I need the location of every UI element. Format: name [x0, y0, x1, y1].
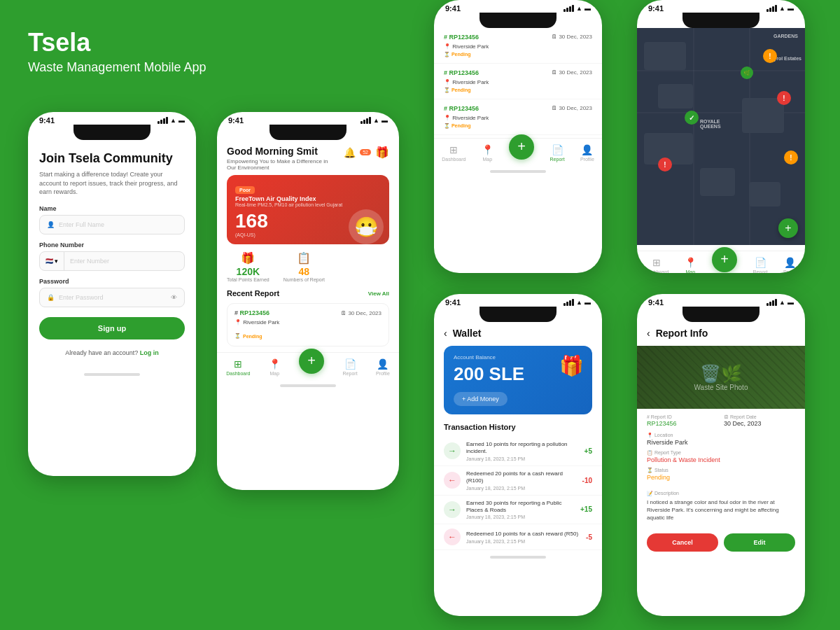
tx-amount: +5 [584, 447, 592, 455]
map-pin-3[interactable]: ! [777, 91, 791, 105]
transaction-list: → Earned 10 points for reporting a pollu… [434, 437, 602, 550]
signup-title: Join Tsela Community [39, 151, 185, 166]
nav-dashboard[interactable]: ⊞ Dashboard [226, 358, 250, 376]
rep2-icon: 📄 [552, 144, 564, 155]
report-info-back[interactable]: ‹ [647, 328, 650, 339]
aq-avatar: 😷 [349, 209, 384, 244]
aq-badge: Poor [235, 186, 255, 194]
report-type-value: Pollution & Waste Incident [647, 456, 795, 463]
map-bottom-nav: ⊞ Dashboard 📍 Map + 📄 Report 👤 Profile [637, 251, 805, 273]
report-nav-label: Report [343, 371, 358, 376]
map-pin-5[interactable]: ! [784, 150, 798, 164]
tx-type-icon: ← [444, 528, 461, 545]
map-rep-label: Report [753, 270, 768, 273]
status-icons-2: ▲ ▬ [360, 117, 388, 124]
back-arrow[interactable]: ‹ [444, 328, 447, 339]
report-type-field: 📋 Report Type Pollution & Waste Incident [647, 450, 795, 463]
view-all-link[interactable]: View All [368, 290, 389, 297]
tx-content: Redeemed 10 points for a cash reward (R5… [466, 531, 580, 543]
wallet-notch [479, 307, 556, 322]
reports-label: Numbers of Report [284, 277, 325, 282]
tx-date: January 18, 2023, 2:15 PM [466, 486, 577, 491]
eye-icon[interactable]: 👁 [171, 294, 177, 301]
phone-notch [74, 125, 150, 140]
name-input[interactable]: 👤 Enter Full Name [39, 215, 185, 234]
map-nav-dashboard[interactable]: ⊞ Dashboard [645, 257, 668, 273]
map-pin-6[interactable]: ! [658, 158, 672, 172]
cancel-button[interactable]: Cancel [647, 533, 718, 552]
signup-button[interactable]: Sign up [39, 317, 185, 340]
description-section: 📝 Description I noticed a strange color … [637, 491, 805, 528]
description-text: I noticed a strange color and foul odor … [647, 498, 795, 522]
reports-nav-profile[interactable]: 👤 Profile [580, 144, 594, 162]
map-nav-map[interactable]: 📍 Map [685, 257, 696, 273]
map-icon: 📍 [269, 358, 281, 370]
dashboard-nav-label: Dashboard [226, 371, 250, 376]
gift-icon[interactable]: 🎁 [375, 146, 389, 159]
status-time: 9:41 [39, 116, 55, 125]
reports-nav-map[interactable]: 📍 Map [482, 144, 493, 162]
map-dash-icon: ⊞ [652, 257, 661, 268]
map-area[interactable]: GARDENS Tyrol Estates ROYALEQUEENS 🌿 ! !… [637, 28, 805, 245]
map-fab-nav[interactable]: + [712, 247, 737, 272]
points-value: 120K [227, 266, 270, 277]
map-nav-profile[interactable]: 👤 Profile [783, 257, 797, 273]
phone-label: Phone Number [39, 241, 185, 248]
report-location: 📍 Riverside Park [234, 319, 382, 326]
signup-desc: Start making a difference today! Create … [39, 170, 185, 197]
home-indicator-3 [490, 170, 546, 173]
map-fab[interactable]: + [778, 218, 798, 238]
nav-map[interactable]: 📍 Map [269, 358, 281, 376]
map-nav-report[interactable]: 📄 Report [753, 257, 768, 273]
phone-number-input[interactable]: Enter Number [64, 252, 184, 270]
report-date-field: 🗓 Report Date 30 Dec, 2023 [724, 414, 795, 427]
dashboard-notch [270, 125, 346, 140]
tx-amount: -10 [582, 477, 592, 484]
recent-title: Recent Report [227, 289, 279, 298]
password-input[interactable]: 🔒 Enter Password 👁 [39, 288, 185, 307]
prof2-nav-label: Profile [580, 157, 594, 162]
air-quality-card: Poor FreeTown Air Quality Index Real-tim… [227, 175, 389, 244]
edit-button[interactable]: Edit [724, 533, 795, 552]
tx-amount: -5 [586, 533, 592, 541]
app-subtitle: Waste Management Mobile App [28, 60, 206, 75]
wallet-phone: 9:41 ▲ ▬ ‹ Wallet Account Balance 200 SL… [434, 294, 602, 616]
tx-content: Earned 30 points for reporting a Public … [466, 500, 575, 520]
points-label: Total Points Earned [227, 277, 270, 282]
nav-report[interactable]: 📄 Report [343, 358, 358, 376]
report-info-title: Report Info [656, 328, 708, 339]
map-pin-2[interactable]: ! [763, 49, 777, 63]
report-list-item[interactable]: # RP123456 🗓 30 Dec, 2023 📍 Riverside Pa… [434, 99, 602, 135]
map-pin-1[interactable]: 🌿 [741, 66, 753, 79]
greeting-sub: Empowering You to Make a Difference inOu… [227, 158, 328, 171]
report-list-item[interactable]: # RP123456 🗓 30 Dec, 2023 📍 Riverside Pa… [434, 28, 602, 64]
reports-value: 48 [284, 266, 325, 277]
recent-header: Recent Report View All [217, 289, 399, 303]
transaction-item: ← Redeemed 10 points for a cash reward (… [434, 524, 602, 550]
transaction-title: Transaction History [434, 423, 602, 437]
notification-badge: 52 [360, 149, 371, 155]
aq-title: FreeTown Air Quality Index [235, 195, 381, 202]
recent-report-card: # RP123456 🗓 30 Dec, 2023 📍 Riverside Pa… [227, 303, 389, 346]
prof2-icon: 👤 [581, 144, 593, 155]
reports-nav-dashboard[interactable]: ⊞ Dashboard [442, 144, 465, 162]
nav-profile[interactable]: 👤 Profile [376, 358, 390, 376]
reports-nav-report[interactable]: 📄 Report [550, 144, 565, 162]
report-list-item[interactable]: # RP123456 🗓 30 Dec, 2023 📍 Riverside Pa… [434, 64, 602, 99]
map2-nav-label: Map [483, 157, 493, 162]
home-indicator [84, 373, 140, 376]
login-link[interactable]: Log in [140, 349, 159, 356]
fab-add-button[interactable]: + [299, 349, 324, 374]
map-phone: 9:41 ▲ ▬ GARDENS Tyrol Estates ROYALEQUE… [637, 0, 805, 273]
bell-icon[interactable]: 🔔 [344, 147, 356, 158]
add-money-button[interactable]: + Add Money [454, 392, 507, 406]
tx-content: Redeemed 20 points for a cash reward (R1… [466, 470, 577, 491]
report-info-notch [682, 307, 760, 322]
dashboard-icon: ⊞ [234, 358, 242, 370]
map-pin-4[interactable]: ✓ [685, 111, 699, 125]
reports-fab[interactable]: + [509, 134, 534, 160]
flag-selector[interactable]: 🇳🇱 ▾ [40, 252, 64, 270]
action-buttons: Cancel Edit [637, 528, 805, 557]
status-value: Pending [647, 474, 795, 481]
tx-amount: +15 [580, 505, 592, 513]
